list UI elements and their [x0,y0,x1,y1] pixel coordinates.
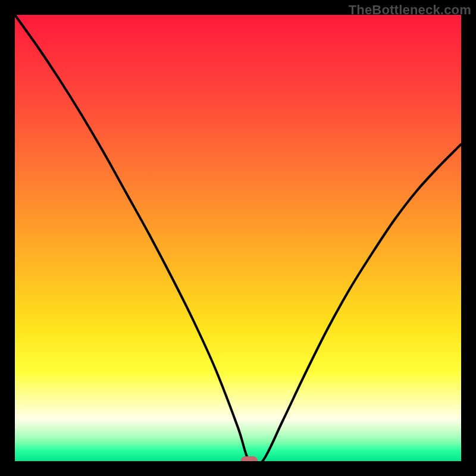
plot-background [15,15,461,461]
watermark-label: TheBottleneck.com [349,2,471,18]
minimum-marker [241,456,258,461]
bottleneck-plot [15,15,461,461]
chart-frame: TheBottleneck.com [0,0,476,476]
